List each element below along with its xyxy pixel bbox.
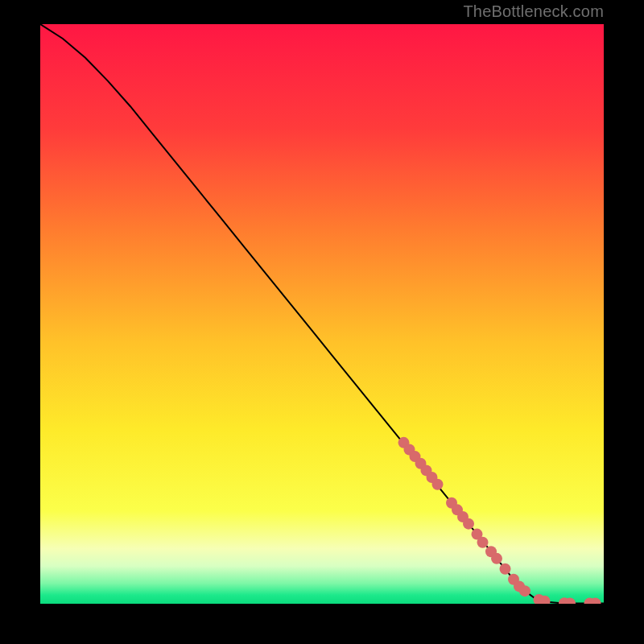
chart-frame: TheBottleneck.com: [0, 0, 644, 644]
data-marker: [500, 564, 511, 575]
data-marker: [463, 518, 474, 530]
data-marker: [491, 553, 502, 564]
data-marker: [519, 585, 530, 597]
chart-svg: [40, 24, 604, 604]
watermark-label: TheBottleneck.com: [463, 2, 604, 21]
data-marker: [477, 537, 489, 548]
chart-plot-area: [40, 24, 604, 604]
data-marker: [432, 479, 444, 490]
gradient-background: [40, 24, 604, 604]
